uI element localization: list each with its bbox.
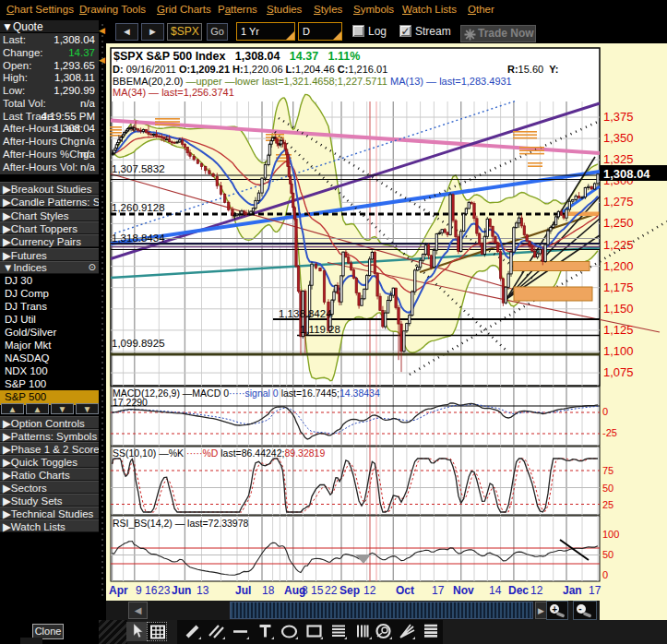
svg-text:Nov: Nov: [453, 584, 474, 597]
svg-text:14: 14: [489, 584, 502, 597]
svg-text:16: 16: [145, 584, 158, 597]
svg-text:12: 12: [530, 584, 543, 597]
svg-text:MACD(12,26,9) —MACD 0·····sign: MACD(12,26,9) —MACD 0·····signal 0 last=…: [113, 388, 380, 399]
svg-text:1,150: 1,150: [603, 302, 634, 316]
svg-text:1,350: 1,350: [603, 131, 634, 145]
svg-text:SS(10,10) —%K ·····%D last=86.: SS(10,10) —%K ·····%D last=86.44242;89.3…: [113, 447, 325, 459]
svg-text:MA(34) — last=1,256.3741: MA(34) — last=1,256.3741: [113, 87, 234, 98]
svg-text:1,138.8424: 1,138.8424: [279, 308, 332, 319]
svg-text:Jun: Jun: [172, 584, 191, 597]
svg-text:1,307.5832: 1,307.5832: [112, 163, 165, 174]
svg-text:1,225: 1,225: [603, 238, 634, 252]
svg-text:Jul: Jul: [235, 584, 251, 597]
svg-text:12: 12: [363, 584, 376, 597]
svg-text:0: 0: [602, 569, 608, 580]
svg-text:$SPX S&P 500 Index 1,308.04: $SPX S&P 500 Index 1,308.04 14.37 1.11%: [113, 50, 360, 63]
svg-text:Sep: Sep: [339, 584, 360, 597]
svg-text:BBEMA(20,2.0) —upper —lower la: BBEMA(20,2.0) —upper —lower last=1,321.4…: [113, 76, 512, 87]
svg-text:1,075: 1,075: [603, 365, 634, 379]
svg-text:50: 50: [602, 549, 613, 560]
svg-text:1,275: 1,275: [603, 195, 634, 209]
svg-text:1,125: 1,125: [603, 323, 634, 337]
svg-text:1,100: 1,100: [603, 344, 634, 358]
svg-text:+: +: [552, 604, 557, 614]
svg-text:Oct: Oct: [396, 584, 414, 597]
svg-text:8: 8: [302, 584, 308, 597]
svg-text:D: 09/16/2011 O:1,209.21 H:1,2: D: 09/16/2011 O:1,209.21 H:1,220.06 L:1,…: [113, 64, 387, 75]
svg-text:15: 15: [311, 584, 324, 597]
svg-text:1,119.28: 1,119.28: [300, 324, 340, 335]
svg-text:1,250: 1,250: [603, 216, 634, 230]
svg-text:9: 9: [136, 584, 142, 597]
svg-text:Dec: Dec: [508, 584, 529, 597]
svg-text:23: 23: [158, 584, 171, 597]
svg-text:1,308.04: 1,308.04: [603, 167, 650, 181]
svg-text:1,325: 1,325: [603, 152, 634, 166]
svg-text:75: 75: [602, 465, 613, 476]
svg-text:13: 13: [197, 584, 209, 597]
svg-text:0: 0: [602, 406, 608, 417]
svg-text:1,260.9128: 1,260.9128: [112, 202, 165, 213]
svg-text:1,375: 1,375: [603, 110, 634, 124]
svg-text:-25: -25: [602, 427, 617, 438]
svg-text:1,318.8434: 1,318.8434: [112, 233, 165, 244]
svg-text:R:15.60 Y:: R:15.60 Y:: [507, 64, 558, 75]
svg-text:-: -: [578, 603, 581, 614]
svg-text:Jan: Jan: [563, 584, 582, 597]
svg-text:Apr: Apr: [109, 584, 128, 597]
svg-text:50: 50: [602, 483, 613, 494]
svg-text:22: 22: [325, 584, 338, 597]
svg-text:1,200: 1,200: [603, 259, 634, 273]
svg-text:18: 18: [262, 584, 275, 597]
svg-text:100: 100: [602, 529, 619, 540]
svg-text:1,175: 1,175: [603, 280, 634, 294]
svg-text:17: 17: [432, 584, 445, 597]
svg-text:25: 25: [602, 499, 613, 510]
svg-text:17: 17: [589, 584, 601, 597]
svg-text:1,099.8925: 1,099.8925: [112, 338, 165, 349]
svg-text:RSI_BS(14,2) — last=72.33978: RSI_BS(14,2) — last=72.33978: [113, 518, 249, 529]
